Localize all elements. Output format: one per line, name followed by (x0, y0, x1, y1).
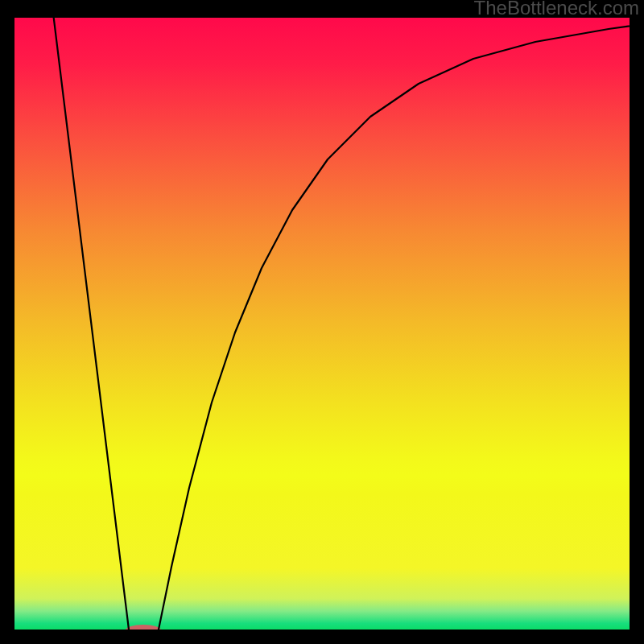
chart-container: TheBottleneck.com (0, 0, 644, 644)
bottleneck-chart (0, 0, 644, 644)
watermark: TheBottleneck.com (474, 0, 639, 19)
